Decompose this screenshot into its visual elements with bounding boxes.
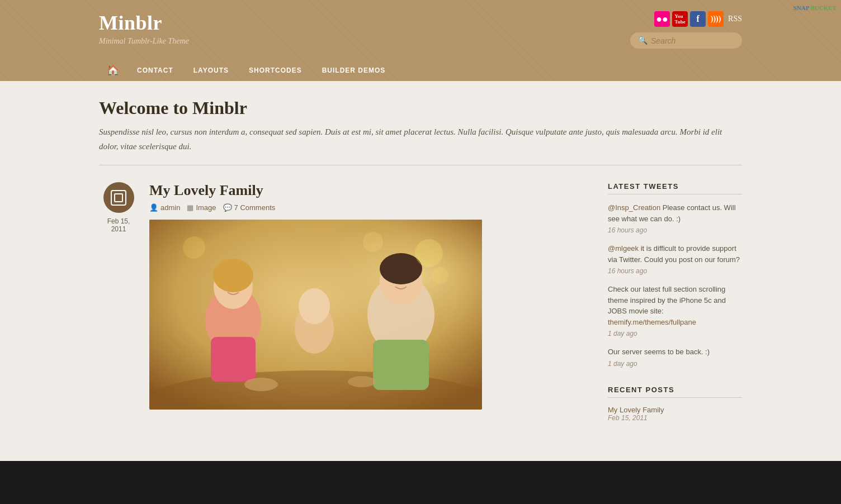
svg-point-17 — [244, 378, 278, 391]
nav-contact[interactable]: CONTACT — [127, 62, 183, 79]
recent-post-date: Feb 15, 2011 — [608, 414, 742, 422]
svg-point-16 — [363, 232, 383, 252]
post-comments: 💬 7 Comments — [223, 203, 276, 212]
tweet-time-4: 1 day ago — [608, 359, 742, 369]
welcome-section: Welcome to Minblr Suspendisse nisl leo, … — [99, 98, 742, 165]
tweet-time-2: 16 hours ago — [608, 266, 742, 276]
site-branding: Minblr Minimal Tumblr-Like Theme — [99, 11, 189, 46]
welcome-text: Suspendisse nisl leo, cursus non interdu… — [99, 125, 742, 154]
post-author: 👤 admin — [149, 203, 180, 212]
svg-point-5 — [213, 259, 253, 292]
recent-post-item: My Lovely Family Feb 15, 2011 — [608, 406, 742, 422]
recent-posts-heading: RECENT POSTS — [608, 386, 742, 398]
svg-rect-12 — [373, 340, 429, 390]
tweet-text-3: Check our latest full section scrolling … — [608, 285, 726, 315]
svg-rect-6 — [211, 337, 256, 382]
sidebar: LATEST TWEETS @Insp_Creation Please cont… — [608, 182, 742, 439]
content-layout: Feb 15, 2011 My Lovely Family 👤 admin — [99, 182, 742, 439]
tweet-time-3: 1 day ago — [608, 329, 742, 339]
tweet-item-4: Our server seems to be back. :) 1 day ag… — [608, 346, 742, 369]
nav-builder-demos[interactable]: BUILDER DEMOS — [312, 62, 396, 79]
search-icon: 🔍 — [638, 36, 648, 45]
comments-link[interactable]: 7 Comments — [234, 203, 276, 212]
image-icon — [111, 190, 126, 206]
site-header: Minblr Minimal Tumblr-Like Theme ●● YouT… — [0, 0, 841, 81]
watermark: SNAP BUCKET — [793, 4, 837, 11]
comments-icon: 💬 — [223, 203, 232, 212]
facebook-icon[interactable]: f — [690, 11, 706, 27]
svg-point-15 — [183, 236, 205, 259]
search-input[interactable] — [651, 36, 734, 45]
svg-point-14 — [432, 267, 448, 284]
main-column: Feb 15, 2011 My Lovely Family 👤 admin — [99, 182, 591, 439]
post-type-icon — [103, 182, 134, 213]
author-link[interactable]: admin — [160, 203, 180, 212]
tweet-link-3[interactable]: themify.me/themes/fullpane — [608, 318, 696, 326]
welcome-title: Welcome to Minblr — [99, 98, 742, 118]
svg-point-18 — [348, 376, 376, 387]
post-meta-left: Feb 15, 2011 — [99, 182, 138, 410]
post-body: My Lovely Family 👤 admin ▦ Image — [149, 182, 591, 410]
watermark-part1: SNAP — [793, 4, 809, 11]
tweet-handle-2[interactable]: @mlgeek — [608, 244, 639, 253]
rss-text: RSS — [728, 15, 742, 23]
site-title: Minblr — [99, 11, 189, 35]
category-icon: ▦ — [187, 203, 193, 212]
site-tagline: Minimal Tumblr-Like Theme — [99, 37, 189, 46]
tweet-item-2: @mlgeek it is difficult to provide suppo… — [608, 243, 742, 276]
tweet-time-1: 16 hours ago — [608, 225, 742, 235]
category-link[interactable]: Image — [196, 203, 216, 212]
main-nav: 🏠 CONTACT LAYOUTS SHORTCODES BUILDER DEM… — [99, 54, 742, 81]
tweet-item: @Insp_Creation Please contact us. Will s… — [608, 202, 742, 235]
rss-icon[interactable]: )))) — [708, 11, 724, 27]
nav-shortcodes[interactable]: SHORTCODES — [239, 62, 312, 79]
post-title[interactable]: My Lovely Family — [149, 182, 591, 199]
svg-point-13 — [415, 239, 443, 267]
post-category: ▦ Image — [187, 203, 216, 212]
recent-post-link[interactable]: My Lovely Family — [608, 406, 742, 414]
post-image — [149, 220, 482, 410]
post-byline: 👤 admin ▦ Image 💬 7 Comments — [149, 203, 591, 212]
nav-layouts[interactable]: LAYOUTS — [183, 62, 239, 79]
watermark-part2: BUCKET — [811, 4, 837, 11]
flickr-icon[interactable]: ●● — [654, 11, 670, 27]
svg-point-8 — [299, 288, 330, 324]
youtube-icon[interactable]: YouTube — [672, 11, 688, 27]
author-icon: 👤 — [149, 203, 158, 212]
main-content: Welcome to Minblr Suspendisse nisl leo, … — [0, 81, 841, 461]
tweet-text-4: Our server seems to be back. :) — [608, 348, 710, 356]
post: Feb 15, 2011 My Lovely Family 👤 admin — [99, 182, 591, 410]
latest-tweets-heading: LATEST TWEETS — [608, 182, 742, 194]
header-right: ●● YouTube f )))) RSS 🔍 — [630, 11, 742, 49]
tweet-handle-1[interactable]: @Insp_Creation — [608, 203, 660, 212]
post-date: Feb 15, 2011 — [99, 217, 138, 233]
search-box[interactable]: 🔍 — [630, 32, 742, 49]
latest-tweets-section: LATEST TWEETS @Insp_Creation Please cont… — [608, 182, 742, 369]
recent-posts-section: RECENT POSTS My Lovely Family Feb 15, 20… — [608, 386, 742, 422]
nav-home[interactable]: 🏠 — [99, 60, 127, 81]
social-icons: ●● YouTube f )))) RSS — [654, 11, 742, 27]
tweet-item-3: Check our latest full section scrolling … — [608, 284, 742, 339]
